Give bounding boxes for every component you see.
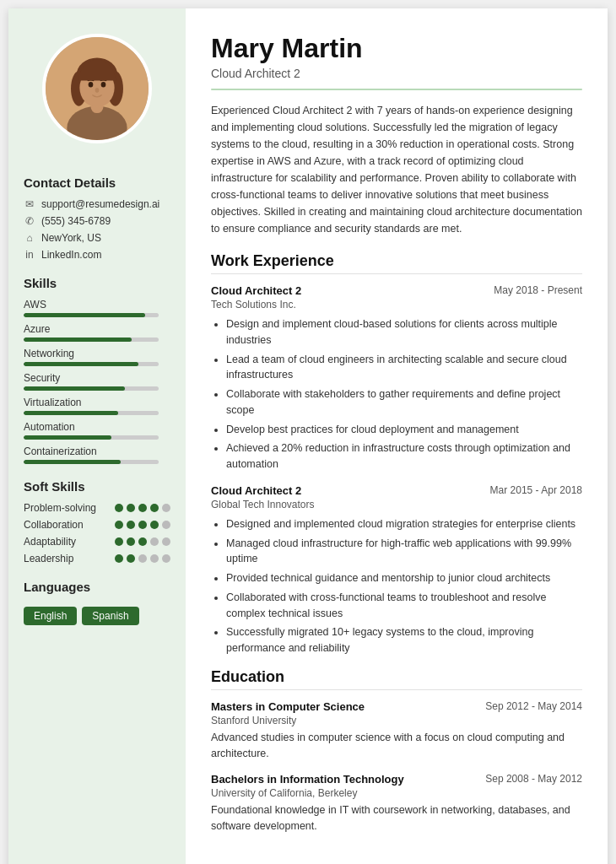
soft-skill-name: Adaptability (24, 536, 100, 548)
skill-item: AWS (24, 299, 170, 317)
phone-icon: ✆ (24, 215, 35, 227)
job-bullet: Successfully migrated 10+ legacy systems… (226, 624, 582, 656)
job-company: Global Tech Innovators (211, 499, 582, 510)
dot-2 (138, 504, 147, 512)
summary: Experienced Cloud Architect 2 with 7 yea… (211, 102, 582, 237)
languages-section-title: Languages (24, 580, 170, 594)
soft-skill-name: Collaboration (24, 519, 100, 531)
job-bullet: Lead a team of cloud engineers in archit… (226, 352, 582, 384)
job-bullet: Develop best practices for cloud deploym… (226, 422, 582, 438)
dot-2 (138, 521, 147, 529)
skill-bar (24, 362, 159, 366)
job-entry: Cloud Architect 2 Mar 2015 - Apr 2018 Gl… (211, 484, 582, 656)
svg-point-8 (89, 82, 94, 88)
skill-fill (24, 338, 132, 342)
skill-item: Networking (24, 348, 170, 366)
skill-fill (24, 386, 125, 391)
skill-bar (24, 460, 159, 464)
job-bullet: Collaborated with cross-functional teams… (226, 590, 582, 622)
job-entry: Cloud Architect 2 May 2018 - Present Tec… (211, 284, 582, 472)
skill-bar (24, 411, 159, 415)
soft-skill-item: Adaptability (24, 536, 170, 548)
job-bullet: Designed and implemented cloud migration… (226, 516, 582, 532)
job-title: Cloud Architect 2 (211, 284, 301, 297)
dot-2 (138, 537, 147, 546)
sidebar: Contact Details ✉ support@resumedesign.a… (8, 8, 186, 864)
skill-name: Virtualization (24, 397, 170, 408)
language-badge: English (24, 607, 77, 625)
dot-0 (115, 521, 123, 529)
skills-section-title: Skills (24, 276, 170, 290)
email-icon: ✉ (24, 198, 35, 210)
home-icon: ⌂ (24, 232, 35, 244)
contact-linkedin: in LinkedIn.com (24, 249, 170, 261)
dot-0 (115, 554, 123, 563)
skills-list: AWS Azure Networking Security Virtualiza… (24, 299, 170, 464)
svg-point-9 (101, 82, 106, 88)
skill-name: AWS (24, 299, 170, 310)
dots-container (115, 554, 170, 563)
job-bullets: Designed and implemented cloud migration… (211, 516, 582, 656)
education-entry: Masters in Computer Science Sep 2012 - M… (211, 700, 582, 762)
soft-skill-item: Collaboration (24, 519, 170, 531)
contact-section-title: Contact Details (24, 176, 170, 190)
languages-list: EnglishSpanish (24, 602, 170, 625)
header-divider (211, 89, 582, 90)
dot-4 (162, 521, 170, 529)
edu-desc: Foundational knowledge in IT with course… (211, 802, 582, 834)
dot-4 (162, 504, 170, 512)
language-badge: Spanish (82, 607, 138, 625)
svg-point-10 (95, 88, 100, 93)
job-bullet: Provided technical guidance and mentorsh… (226, 570, 582, 586)
contact-address: ⌂ NewYork, US (24, 232, 170, 244)
edu-header: Bachelors in Information Technology Sep … (211, 773, 582, 786)
edu-degree: Bachelors in Information Technology (211, 773, 404, 786)
linkedin-icon: in (24, 249, 35, 261)
dot-3 (150, 554, 159, 563)
job-header: Cloud Architect 2 May 2018 - Present (211, 284, 582, 297)
skill-fill (24, 435, 111, 440)
skill-item: Azure (24, 323, 170, 342)
job-bullet: Collaborate with stakeholders to gather … (226, 386, 582, 418)
skill-fill (24, 362, 138, 366)
job-bullets: Design and implement cloud-based solutio… (211, 316, 582, 472)
edu-school: University of California, Berkeley (211, 787, 582, 799)
soft-skills-list: Problem-solving Collaboration Adaptabili… (24, 502, 170, 564)
skill-bar (24, 338, 159, 342)
soft-skill-item: Leadership (24, 553, 170, 564)
sidebar-content: Contact Details ✉ support@resumedesign.a… (8, 160, 186, 625)
education-entry: Bachelors in Information Technology Sep … (211, 773, 582, 834)
skill-bar (24, 386, 159, 391)
job-title: Cloud Architect 2 (211, 484, 301, 497)
dot-1 (127, 537, 135, 546)
job-bullet: Managed cloud infrastructure for high-tr… (226, 536, 582, 568)
work-experience-title: Work Experience (211, 252, 582, 274)
edu-date: Sep 2012 - May 2014 (485, 700, 582, 712)
skill-bar (24, 313, 159, 317)
dot-2 (138, 554, 147, 563)
skill-item: Containerization (24, 446, 170, 464)
main-content: Mary Martin Cloud Architect 2 Experience… (186, 8, 608, 864)
dot-3 (150, 537, 159, 546)
candidate-name: Mary Martin (211, 34, 582, 63)
dots-container (115, 521, 170, 529)
dot-1 (127, 504, 135, 512)
job-bullet: Achieved a 20% reduction in infrastructu… (226, 440, 582, 472)
edu-date: Sep 2008 - May 2012 (485, 773, 582, 785)
avatar (42, 34, 152, 143)
edu-school: Stanford University (211, 715, 582, 726)
skill-name: Azure (24, 323, 170, 335)
dot-1 (127, 521, 135, 529)
education-title: Education (211, 668, 582, 690)
soft-skill-item: Problem-solving (24, 502, 170, 514)
skill-bar (24, 435, 159, 440)
skill-name: Networking (24, 348, 170, 359)
edu-desc: Advanced studies in computer science wit… (211, 730, 582, 762)
jobs-list: Cloud Architect 2 May 2018 - Present Tec… (211, 284, 582, 656)
contact-email: ✉ support@resumedesign.ai (24, 198, 170, 210)
skill-fill (24, 411, 118, 415)
dots-container (115, 537, 170, 546)
dot-4 (162, 554, 170, 563)
dot-0 (115, 504, 123, 512)
soft-skills-section-title: Soft Skills (24, 479, 170, 494)
